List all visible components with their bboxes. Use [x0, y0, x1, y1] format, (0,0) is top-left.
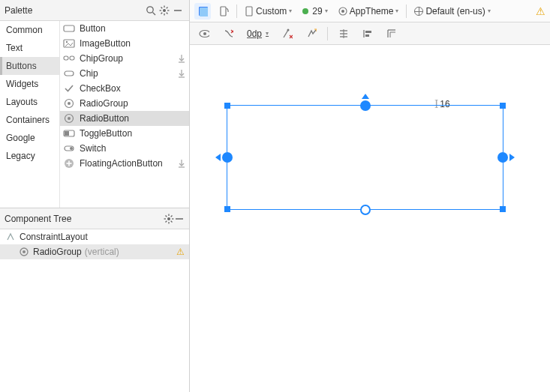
- svg-line-8: [167, 12, 168, 13]
- palette-category[interactable]: Text: [0, 39, 59, 57]
- svg-line-1: [153, 12, 156, 15]
- palette-category-list: CommonTextButtonsWidgetsLayoutsContainer…: [0, 21, 60, 208]
- chipg-icon: [63, 52, 75, 64]
- warning-icon[interactable]: ⚠: [536, 5, 545, 17]
- svg-rect-15: [64, 56, 68, 60]
- constraint-layout-icon: [5, 232, 17, 242]
- download-icon[interactable]: [177, 54, 186, 63]
- clear-constraints-icon[interactable]: [279, 25, 296, 42]
- design-surface[interactable]: I16: [202, 60, 532, 392]
- resize-handle[interactable]: [500, 103, 506, 109]
- align-icon[interactable]: [359, 25, 376, 42]
- tree-node-child[interactable]: RadioGroup (vertical) ⚠: [0, 244, 189, 259]
- palette-header: Palette: [0, 0, 189, 21]
- constraint-anchor[interactable]: [222, 152, 233, 163]
- svg-rect-16: [70, 56, 74, 60]
- palette-body: CommonTextButtonsWidgetsLayoutsContainer…: [0, 21, 189, 208]
- radiogroup-icon: [18, 247, 30, 257]
- android-icon: [302, 8, 308, 14]
- palette-category[interactable]: Legacy: [0, 147, 59, 165]
- svg-rect-66: [365, 34, 369, 37]
- constraint-handle-left-icon[interactable]: [215, 154, 221, 161]
- constraint-anchor[interactable]: [497, 152, 508, 163]
- default-margin-dropdown[interactable]: 0dp▾: [244, 25, 272, 42]
- palette-item[interactable]: RadioGroup: [60, 96, 189, 111]
- locale-dropdown[interactable]: Default (en-us)▾: [411, 3, 493, 19]
- radiog-icon: [63, 97, 75, 109]
- guidelines-icon[interactable]: [383, 25, 400, 42]
- svg-point-23: [68, 102, 71, 105]
- palette-item[interactable]: Chip: [60, 66, 189, 81]
- palette-item-label: Chip: [80, 68, 173, 79]
- resize-handle[interactable]: [224, 103, 230, 109]
- svg-line-9: [167, 7, 168, 8]
- theme-dropdown[interactable]: AppTheme▾: [335, 3, 402, 19]
- palette-item-label: Switch: [80, 143, 186, 154]
- svg-point-29: [70, 147, 73, 150]
- palette-item-label: ImageButton: [80, 38, 186, 49]
- palette-category[interactable]: Layouts: [0, 93, 59, 111]
- palette-item[interactable]: ToggleButton: [60, 126, 189, 141]
- svg-point-35: [167, 217, 170, 220]
- palette-item[interactable]: ImageButton: [60, 36, 189, 51]
- component-tree-header: Component Tree: [0, 208, 189, 229]
- resize-handle[interactable]: [224, 206, 230, 212]
- constraint-anchor-open[interactable]: [360, 205, 371, 215]
- toggle-icon: [63, 127, 75, 139]
- constraint-anchor[interactable]: [360, 100, 371, 111]
- palette-category[interactable]: Widgets: [0, 75, 59, 93]
- palette-item[interactable]: CheckBox: [60, 81, 189, 96]
- svg-point-0: [147, 6, 153, 12]
- palette-item-list: ButtonImageButtonChipGroupChipCheckBoxRa…: [60, 21, 189, 208]
- palette-category[interactable]: Containers: [0, 111, 59, 129]
- palette-item[interactable]: RadioButton: [60, 111, 189, 126]
- api-dropdown[interactable]: 29▾: [299, 3, 330, 19]
- download-icon[interactable]: [177, 159, 186, 168]
- check-icon: [63, 82, 75, 94]
- palette-item[interactable]: ChipGroup: [60, 51, 189, 66]
- gear-icon[interactable]: [158, 4, 171, 17]
- svg-point-52: [341, 10, 344, 13]
- download-icon[interactable]: [177, 69, 186, 78]
- svg-rect-27: [65, 131, 69, 136]
- constraint-handle-top-icon[interactable]: [362, 94, 369, 99]
- palette-category[interactable]: Common: [0, 21, 59, 39]
- gear-icon[interactable]: [164, 214, 174, 224]
- resize-handle[interactable]: [500, 206, 506, 212]
- palette-item-label: RadioGroup: [80, 98, 186, 109]
- search-icon[interactable]: [144, 4, 158, 17]
- tree-node-root[interactable]: ConstraintLayout: [0, 229, 189, 244]
- component-tree: ConstraintLayout RadioGroup (vertical) ⚠: [0, 229, 189, 392]
- pack-icon[interactable]: [335, 25, 352, 42]
- device-dropdown[interactable]: Custom▾: [242, 3, 295, 19]
- minimize-icon[interactable]: [171, 4, 185, 17]
- svg-line-43: [166, 220, 167, 222]
- tree-child-label: RadioGroup: [33, 247, 82, 257]
- palette-category[interactable]: Google: [0, 129, 59, 147]
- autoconnect-icon[interactable]: [220, 25, 236, 42]
- surface-select-icon[interactable]: [194, 3, 211, 19]
- selection-box[interactable]: [227, 105, 503, 210]
- orientation-icon[interactable]: [215, 3, 232, 19]
- palette-item-label: ChipGroup: [80, 53, 173, 64]
- svg-rect-48: [200, 7, 208, 16]
- svg-rect-50: [246, 7, 252, 16]
- palette-item-label: Button: [80, 23, 186, 34]
- design-panel: Custom▾ 29▾ AppTheme▾ Default (en-us)▾ ⚠…: [190, 0, 550, 392]
- constraint-handle-right-icon[interactable]: [509, 154, 515, 161]
- warning-icon[interactable]: ⚠: [176, 247, 185, 257]
- palette-item-label: CheckBox: [80, 83, 186, 94]
- infer-constraints-icon[interactable]: [303, 25, 320, 42]
- view-options-icon[interactable]: [196, 25, 212, 42]
- svg-line-42: [171, 215, 173, 217]
- svg-rect-12: [64, 25, 74, 31]
- palette-category[interactable]: Buttons: [0, 57, 59, 75]
- palette-item[interactable]: Switch: [60, 141, 189, 156]
- palette-item[interactable]: FloatingActionButton: [60, 156, 189, 171]
- design-canvas[interactable]: I16: [190, 45, 550, 392]
- svg-point-54: [203, 32, 206, 35]
- palette-item[interactable]: Button: [60, 21, 189, 36]
- minimize-icon[interactable]: [174, 214, 185, 224]
- palette-item-label: FloatingActionButton: [80, 158, 173, 169]
- svg-rect-65: [365, 31, 371, 33]
